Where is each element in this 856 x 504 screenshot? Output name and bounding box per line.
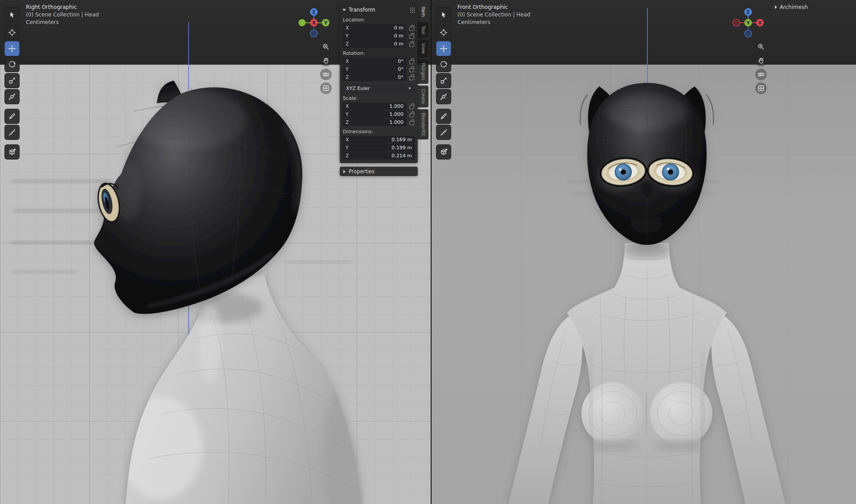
location-z-row: Z0 m [342, 40, 415, 48]
location-z-field[interactable]: Z0 m [342, 40, 407, 48]
unlock-icon [409, 113, 414, 117]
zoom-icon [757, 43, 765, 50]
cat-mask-head-front[interactable] [580, 83, 714, 245]
tool-transform-button[interactable] [4, 89, 20, 104]
tool-rotate-button[interactable] [436, 57, 451, 72]
chevron-down-icon [342, 9, 346, 11]
tool-rotate-button[interactable] [4, 57, 20, 72]
rotation-y-field[interactable]: Y0° [342, 66, 407, 73]
viewport-right-orthographic[interactable]: Right Orthographic (0) Scene Collection … [0, 0, 431, 504]
scale-y-field[interactable]: Y1.000 [342, 111, 407, 118]
viewport-front-orthographic[interactable]: Front Orthographic (0) Scene Collection … [432, 0, 856, 504]
dropdown-caret-icon [408, 87, 412, 89]
rotation-x-lock-toggle[interactable] [408, 57, 415, 65]
tool-add-cube-button[interactable] [436, 144, 451, 160]
scene-front-view[interactable] [432, 0, 856, 504]
location-y-lock-toggle[interactable] [408, 32, 415, 40]
navigation-gizmo[interactable]: Z Y X [733, 7, 764, 38]
chevron-right-icon [775, 5, 777, 9]
dimensions-z-field[interactable]: Z0.214 m [342, 152, 415, 160]
cat-mask-head-side[interactable] [94, 81, 302, 314]
tool-cursor-button[interactable] [436, 25, 451, 40]
tool-move-button[interactable] [436, 41, 451, 56]
grid-icon [322, 85, 329, 92]
zoom-button[interactable] [320, 41, 332, 53]
gizmo-neg-x-axis[interactable] [733, 19, 740, 26]
location-x-field[interactable]: X0 m [342, 24, 407, 32]
rotation-mode-value: XYZ Euler [346, 86, 370, 91]
transform-panel-header[interactable]: Transform [342, 5, 415, 14]
unlock-icon [409, 35, 414, 39]
pan-button[interactable] [320, 55, 332, 66]
camera-view-button[interactable] [755, 69, 767, 80]
scale-y-lock-toggle[interactable] [408, 111, 415, 118]
gizmo-neg-z-axis[interactable] [310, 30, 317, 37]
dimensions-x-field[interactable]: X0.169 m [342, 136, 415, 143]
tool-add-cube-button[interactable] [4, 144, 20, 160]
gizmo-y-label: Y [324, 20, 328, 25]
dimensions-y-field[interactable]: Y0.199 m [342, 144, 415, 152]
units-label: Centimeters [26, 19, 99, 26]
zoom-button[interactable] [755, 41, 767, 53]
sidebar-tab-view[interactable]: View [418, 40, 428, 57]
rotation-y-row: Y0° [342, 66, 415, 73]
tool-select-box-button[interactable] [4, 7, 20, 22]
tool-measure-button[interactable] [436, 125, 451, 140]
breadcrumb: (0) Scene Collection | Head [26, 11, 99, 19]
tool-scale-button[interactable] [4, 73, 20, 88]
camera-icon [322, 71, 329, 78]
unlock-icon [409, 27, 414, 31]
sidebar-tab-blenderkit[interactable]: BlenderKit [418, 109, 428, 139]
sidebar-tab-item[interactable]: Item [418, 3, 428, 20]
scale-y-row: Y1.000 [342, 111, 415, 118]
tool-move-button[interactable] [4, 41, 20, 56]
gizmo-z-label: Z [746, 10, 749, 15]
scale-fields: X1.000 Y1.000 Z1.000 [342, 102, 415, 126]
body-mesh-front[interactable] [508, 241, 786, 504]
viewport-controls [755, 41, 767, 94]
tool-transform-button[interactable] [436, 89, 451, 104]
dimensions-fields: X0.169 m Y0.199 m Z0.214 m [342, 136, 415, 160]
sidebar-tab-create[interactable]: Create [418, 86, 428, 107]
pan-button[interactable] [755, 55, 767, 66]
camera-view-button[interactable] [320, 69, 332, 80]
unlock-icon [409, 76, 414, 80]
location-y-field[interactable]: Y0 m [342, 32, 407, 40]
toolbar-right-viewport [436, 7, 451, 160]
transform-icon [440, 93, 448, 101]
grid-icon [757, 85, 765, 92]
rotation-mode-dropdown[interactable]: XYZ Euler [342, 84, 415, 93]
gizmo-neg-y-axis[interactable] [299, 19, 306, 26]
navigation-gizmo[interactable]: Z X Y [298, 7, 329, 38]
chevron-right-icon [343, 170, 346, 173]
tool-cursor-button[interactable] [4, 25, 20, 40]
tool-measure-button[interactable] [4, 125, 20, 140]
tool-scale-button[interactable] [436, 73, 451, 88]
rotation-z-field[interactable]: Z0° [342, 74, 407, 81]
scale-z-field[interactable]: Z1.000 [342, 119, 407, 126]
gizmo-neg-z-axis[interactable] [745, 30, 752, 37]
measure-icon [440, 128, 448, 136]
scale-z-lock-toggle[interactable] [408, 119, 415, 126]
viewport-divider[interactable] [431, 0, 432, 504]
toggle-grid-button[interactable] [320, 82, 332, 94]
tool-annotate-button[interactable] [4, 109, 20, 124]
rotation-x-field[interactable]: X0° [342, 57, 407, 65]
units-label: Centimeters [457, 19, 531, 26]
rotation-y-lock-toggle[interactable] [408, 66, 415, 73]
toggle-grid-button[interactable] [755, 82, 767, 94]
unlock-icon [409, 121, 414, 125]
properties-panel-header[interactable]: Properties [340, 167, 418, 176]
archimesh-collapsed-panel[interactable]: Archimesh [775, 4, 808, 10]
sidebar-tab-tool[interactable]: Tool [418, 22, 428, 38]
scale-x-lock-toggle[interactable] [408, 102, 415, 110]
move-icon [440, 45, 448, 53]
rotation-z-lock-toggle[interactable] [408, 74, 415, 81]
sidebar-tab-poliigon[interactable]: Poliigon [418, 59, 428, 84]
drag-dots-icon[interactable] [410, 7, 415, 13]
tool-annotate-button[interactable] [436, 109, 451, 124]
location-x-lock-toggle[interactable] [408, 24, 415, 32]
location-z-lock-toggle[interactable] [408, 40, 415, 48]
tool-select-box-button[interactable] [436, 7, 451, 22]
scale-x-field[interactable]: X1.000 [342, 102, 407, 110]
